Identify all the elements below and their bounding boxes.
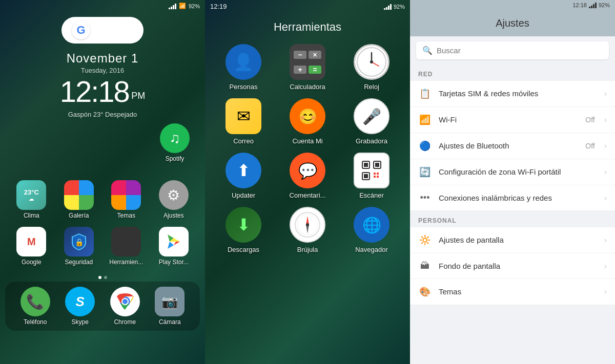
app-spotify[interactable]: ♫ Spotify (160, 123, 190, 162)
comentarios-label: Comentari... (290, 191, 326, 199)
settings-display[interactable]: 🔆 Ajustes de pantalla › (410, 227, 615, 253)
display-text: Ajustes de pantalla (439, 235, 597, 245)
settings-wireless[interactable]: ••• Conexiones inalámbricas y redes › (410, 185, 615, 211)
p3-search-bar[interactable]: 🔍 (416, 41, 609, 59)
seguridad-label: Seguridad (65, 259, 93, 266)
p1-app-grid-row1: 23°C ☁ Clima Galería Temas (0, 173, 205, 227)
dock-skype[interactable]: S Skype (60, 287, 100, 326)
themes-icon: 🎨 (418, 286, 432, 297)
app-calculadora[interactable]: − × + = Calculadora (279, 44, 336, 91)
app-grabadora[interactable]: 🎤 Grabadora (343, 98, 400, 145)
dock-chrome[interactable]: Chrome (105, 287, 145, 326)
temas-icon (111, 180, 141, 210)
p2-time: 12:19 (210, 3, 227, 10)
galeria-icon (64, 180, 94, 210)
app-ajustes[interactable]: ⚙ Ajustes (153, 180, 195, 219)
arrow-icon: › (604, 262, 607, 271)
p2-status-bar: 12:19 92% (205, 0, 410, 13)
app-descargas[interactable]: ⬇ Descargas (215, 207, 272, 253)
p1-wifi-icon: 📶 (179, 3, 186, 9)
arrow-icon: › (604, 194, 607, 203)
brujula-label: Brújula (297, 246, 318, 253)
app-reloj[interactable]: Reloj (343, 44, 400, 91)
reloj-icon (354, 44, 389, 80)
section-red: RED (410, 65, 615, 81)
wallpaper-icon: 🏔 (418, 261, 432, 271)
search-input[interactable] (437, 46, 603, 55)
grabadora-label: Grabadora (356, 137, 387, 145)
bluetooth-icon: 🔵 (418, 140, 432, 152)
wifi-value: Off (585, 116, 594, 124)
app-clima[interactable]: 23°C ☁ Clima (10, 180, 53, 219)
arrow-icon: › (604, 235, 607, 245)
app-herramientas[interactable]: Herramien... (105, 227, 148, 266)
correo-icon: ✉ (225, 98, 261, 134)
cuentami-icon: 😊 (290, 98, 325, 134)
p1-app-grid-row2: M Google 🔒 Seguridad Herramien... (0, 227, 205, 273)
app-personas[interactable]: 👤 Personas (215, 44, 272, 91)
app-updater[interactable]: ⬆ Updater (215, 153, 272, 199)
dot-1 (98, 276, 101, 279)
app-playstore[interactable]: Play Stor... (153, 227, 195, 266)
escaner-label: Escáner (359, 191, 384, 199)
personas-icon: 👤 (225, 44, 261, 80)
settings-wifi[interactable]: 📶 Wi-Fi Off › (410, 107, 615, 133)
telefono-icon: 📞 (20, 287, 50, 316)
skype-label: Skype (72, 318, 89, 326)
temas-label: Temas (117, 212, 135, 219)
app-correo[interactable]: ✉ Correo (215, 98, 272, 145)
p1-signal (169, 3, 176, 9)
arrow-icon: › (604, 89, 607, 98)
p1-date-area: November 1 Tuesday, 2016 12:18 PM Gaspón… (0, 51, 205, 118)
app-brujula[interactable]: Brújula (279, 207, 336, 253)
google-search-pill[interactable]: G (61, 17, 144, 44)
spotify-icon: ♫ (160, 123, 190, 153)
app-comentarios[interactable]: 💬 Comentari... (279, 153, 336, 199)
p1-battery-text: 92% (189, 3, 200, 9)
settings-themes[interactable]: 🎨 Temas › (410, 279, 615, 305)
more-networks-icon: ••• (418, 192, 432, 203)
hotspot-icon: 🔄 (418, 166, 432, 178)
settings-hotspot[interactable]: 🔄 Configuración de zona Wi-Fi portátil › (410, 159, 615, 185)
dot-2 (104, 276, 107, 279)
section-personal: PERSONAL (410, 211, 615, 227)
app-temas[interactable]: Temas (105, 180, 148, 219)
reloj-label: Reloj (364, 83, 379, 91)
svg-point-9 (122, 299, 128, 304)
personas-label: Personas (230, 83, 258, 91)
google-icon: M (16, 227, 46, 256)
skype-icon: S (65, 287, 95, 316)
app-seguridad[interactable]: 🔒 Seguridad (58, 227, 100, 266)
svg-rect-22 (374, 176, 376, 178)
p3-title: Ajustes (410, 10, 615, 36)
settings-bluetooth[interactable]: 🔵 Ajustes de Bluetooth Off › (410, 133, 615, 159)
ajustes-label: Ajustes (163, 212, 183, 219)
app-google[interactable]: M Google (10, 227, 53, 266)
settings-wallpaper[interactable]: 🏔 Fondo de pantalla › (410, 253, 615, 279)
descargas-label: Descargas (228, 246, 259, 253)
app-escaner[interactable]: Escáner (343, 153, 400, 199)
p1-dock: 📞 Teléfono S Skype (5, 282, 200, 331)
galeria-label: Galería (69, 212, 89, 219)
svg-text:🔒: 🔒 (74, 238, 84, 247)
dock-camara[interactable]: 📷 Cámara (150, 287, 190, 326)
svg-rect-21 (377, 173, 379, 175)
p2-folder-title: Herramientas (205, 13, 410, 44)
google-label: Google (22, 259, 42, 266)
app-cuentami[interactable]: 😊 Cuenta Mi (279, 98, 336, 145)
p1-weather: Gaspón 23° Despejado (0, 111, 205, 118)
dock-telefono[interactable]: 📞 Teléfono (15, 287, 55, 326)
page-dots (0, 276, 205, 279)
settings-sim[interactable]: 📋 Tarjetas SIM & redes móviles › (410, 81, 615, 107)
playstore-label: Play Stor... (159, 259, 189, 266)
svg-point-28 (306, 223, 309, 226)
p1-status-bar: 📶 92% (0, 0, 205, 12)
p1-date: November 1 (0, 51, 205, 66)
arrow-icon: › (604, 167, 607, 177)
app-galeria[interactable]: Galería (58, 180, 100, 219)
correo-label: Correo (233, 137, 254, 145)
themes-text: Temas (439, 287, 597, 297)
updater-label: Updater (232, 191, 255, 199)
wallpaper-text: Fondo de pantalla (439, 261, 597, 271)
app-navegador[interactable]: 🌐 Navegador (343, 207, 400, 253)
